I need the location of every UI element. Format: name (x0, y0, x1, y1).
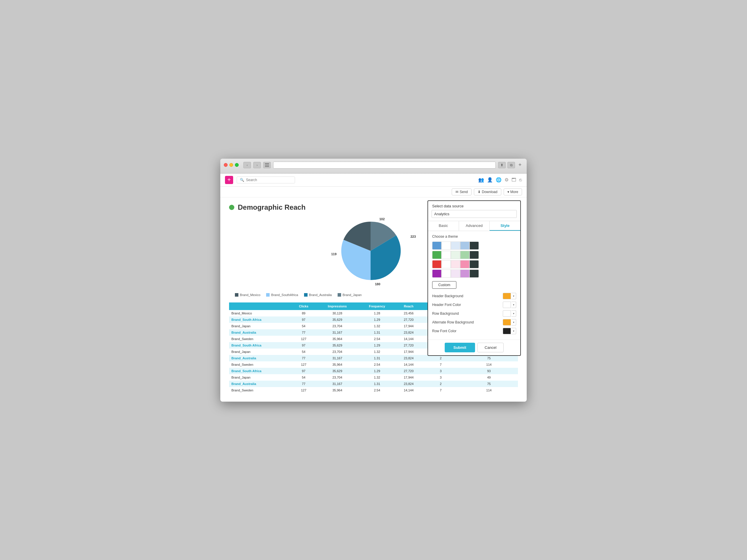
traffic-lights (224, 163, 239, 167)
table-cell-brand: Brand_Sweden (229, 387, 291, 394)
theme-swatch-green-4[interactable] (460, 251, 469, 259)
row-bg-color[interactable] (503, 310, 511, 317)
forward-button[interactable]: › (253, 162, 261, 168)
new-tab-button[interactable]: + (517, 162, 523, 168)
theme-swatch-blue-2[interactable] (441, 241, 451, 250)
table-cell-value: 54 (291, 374, 316, 381)
tab-style[interactable]: Style (490, 221, 520, 231)
share-icon[interactable]: ⬆ (498, 162, 506, 168)
theme-swatch-blue-3[interactable] (451, 241, 460, 250)
submit-button[interactable]: Submit (445, 343, 475, 352)
cancel-button[interactable]: Cancel (478, 343, 504, 352)
row-font-dropdown[interactable]: ▾ (512, 328, 516, 334)
pie-label-223: 223 (411, 235, 416, 238)
table-cell-brand: Brand_Japan (229, 323, 291, 329)
download-button[interactable]: ⬇ Download (474, 188, 501, 195)
table-cell-value: 17,944 (396, 323, 422, 329)
table-cell-value: 23,824 (396, 381, 422, 387)
tab-advanced[interactable]: Advanced (459, 221, 490, 231)
more-icon: ▾ (508, 190, 509, 194)
row-font-color[interactable] (503, 328, 511, 334)
theme-swatch-red-2[interactable] (441, 260, 451, 268)
window-icon[interactable]: 🗔 (512, 177, 516, 183)
theme-swatch-purple-2[interactable] (441, 269, 451, 278)
signout-icon[interactable]: ⎋ (519, 177, 522, 183)
settings-icon[interactable]: ⚙ (505, 177, 509, 183)
row-bg-dropdown[interactable]: ▾ (512, 310, 516, 317)
chart-title: Demographic Reach (238, 203, 306, 211)
sidebar-toggle[interactable] (263, 162, 271, 168)
header-bg-dropdown[interactable]: ▾ (512, 293, 516, 299)
header-font-row: Header Font Color ▾ (432, 301, 516, 308)
tab-basic[interactable]: Basic (428, 221, 459, 231)
table-cell-value: 17,944 (396, 374, 422, 381)
theme-swatch-green-1[interactable] (432, 251, 441, 259)
table-cell-value: 1.31 (358, 355, 396, 362)
url-bar[interactable] (273, 162, 496, 168)
minimize-button[interactable] (229, 163, 233, 167)
theme-swatch-red-4[interactable] (460, 260, 469, 268)
header-font-dropdown[interactable]: ▾ (512, 301, 516, 308)
table-cell-value: 7 (422, 387, 460, 394)
table-cell-value: 2 (422, 381, 460, 387)
header-font-picker: ▾ (503, 301, 516, 308)
header-font-color[interactable] (503, 301, 511, 308)
table-cell-value: 17,944 (396, 349, 422, 355)
table-cell-value: 1.31 (358, 329, 396, 336)
maximize-button[interactable] (235, 163, 239, 167)
legend-item-australia: Brand_Australia (304, 293, 332, 297)
table-cell-value: 35,964 (316, 387, 358, 394)
theme-swatch-red-3[interactable] (451, 260, 460, 268)
profile-icon[interactable]: 👤 (487, 177, 493, 183)
theme-swatch-blue-4[interactable] (460, 241, 469, 250)
table-cell-value: 97 (291, 342, 316, 349)
table-cell-value: 35,629 (316, 342, 358, 349)
browser-chrome: ‹ › ⬆ ⧉ + (220, 159, 527, 174)
globe-icon[interactable]: 🌐 (496, 177, 501, 183)
theme-swatch-purple-1[interactable] (432, 269, 441, 278)
svg-rect-1 (265, 165, 269, 165)
table-cell-value: 31,167 (316, 329, 358, 336)
theme-swatch-blue-1[interactable] (432, 241, 441, 250)
data-source-select[interactable]: Analytics (432, 210, 517, 218)
back-button[interactable]: ‹ (243, 162, 251, 168)
table-row: Brand_Sweden12735,9642.5414,1447114 (229, 387, 518, 394)
add-button[interactable]: + (225, 176, 233, 184)
legend-swatch-japan (338, 293, 341, 297)
theme-swatch-blue-5[interactable] (469, 241, 479, 250)
theme-swatch-red-1[interactable] (432, 260, 441, 268)
theme-swatch-green-3[interactable] (451, 251, 460, 259)
table-cell-value: 1.31 (358, 381, 396, 387)
custom-theme-button[interactable]: Custom (432, 281, 456, 289)
table-cell-value: 35,964 (316, 362, 358, 368)
alt-row-bg-dropdown[interactable]: ▾ (512, 319, 516, 325)
app-toolbar: + 🔍 👥 👤 🌐 ⚙ 🗔 ⎋ (220, 174, 527, 187)
table-cell-value: 23,704 (316, 323, 358, 329)
theme-swatch-green-5[interactable] (469, 251, 479, 259)
modal-header: Select data source (428, 201, 520, 210)
search-input[interactable] (246, 178, 287, 182)
theme-row-purple (432, 269, 516, 278)
header-bg-color[interactable] (503, 293, 511, 299)
send-button[interactable]: ✉ Send (452, 188, 471, 195)
duplicate-icon[interactable]: ⧉ (508, 162, 515, 168)
table-cell-value: 1.32 (358, 349, 396, 355)
theme-swatch-purple-3[interactable] (451, 269, 460, 278)
theme-swatch-green-2[interactable] (441, 251, 451, 259)
row-font-label: Row Font Color (432, 329, 503, 333)
col-header-clicks: Clicks (291, 302, 316, 310)
table-cell-value: 127 (291, 362, 316, 368)
theme-swatch-purple-4[interactable] (460, 269, 469, 278)
theme-swatch-purple-5[interactable] (469, 269, 479, 278)
users-icon[interactable]: 👥 (478, 177, 484, 183)
close-button[interactable] (224, 163, 228, 167)
table-cell-brand: Brand_Sweden (229, 336, 291, 342)
table-cell-value: 54 (291, 323, 316, 329)
theme-swatch-red-5[interactable] (469, 260, 479, 268)
table-cell-value: 23,704 (316, 349, 358, 355)
table-row: Brand_Australia7731,1671.3123,824275 (229, 355, 518, 362)
pie-chart: 102 223 119 180 (330, 217, 417, 290)
header-bg-label: Header Background (432, 294, 503, 298)
more-button[interactable]: ▾ More (504, 188, 522, 195)
alt-row-bg-color[interactable] (503, 319, 511, 325)
